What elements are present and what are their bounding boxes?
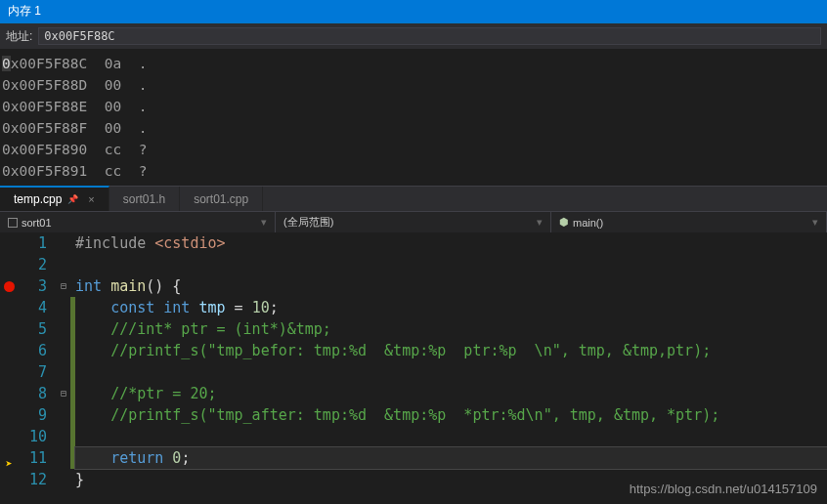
code-line[interactable]: return 0; [75, 447, 827, 469]
code-line[interactable]: const int tmp = 10; [75, 297, 827, 318]
line-number: 8 [18, 383, 47, 404]
code-text-area[interactable]: #include <cstdio>int main() { const int … [75, 232, 827, 496]
scope-dropdown[interactable]: sort01 ▾ [0, 212, 276, 232]
tab-label: sort01.h [123, 192, 165, 206]
region-dropdown[interactable]: (全局范围) ▾ [276, 212, 551, 232]
line-number-gutter: 123456789101112 [18, 232, 57, 496]
current-line-arrow-icon: ➤ [0, 453, 18, 475]
fold-toggle [57, 361, 70, 383]
fold-toggle [57, 254, 70, 275]
watermark-text: https://blog.csdn.net/u014157109 [630, 482, 817, 496]
memory-hex-view[interactable]: 0x00F5F88C 0a .0x00F5F88D 00 .0x00F5F88E… [0, 49, 827, 186]
line-number: 9 [18, 404, 47, 426]
breakpoint-icon[interactable] [4, 281, 15, 292]
memory-address-input[interactable] [38, 27, 821, 45]
region-label: (全局范围) [283, 215, 333, 230]
memory-row[interactable]: 0x00F5F88D 00 . [2, 74, 825, 96]
pin-icon[interactable]: 📌 [67, 194, 78, 204]
editor-nav-bar: sort01 ▾ (全局范围) ▾ ⬢ main() ▾ [0, 211, 827, 232]
line-number: 4 [18, 297, 47, 318]
code-line[interactable]: #include <cstdio> [75, 232, 827, 254]
line-number: 2 [18, 254, 47, 275]
fold-toggle [57, 232, 70, 254]
fold-toggle[interactable]: ⊟ [57, 383, 70, 404]
memory-panel-title: 内存 1 [0, 0, 827, 22]
editor-tab[interactable]: sort01.cpp [180, 187, 263, 211]
line-number: 6 [18, 340, 47, 361]
fold-toggle[interactable]: ⊟ [57, 275, 70, 297]
editor-tab[interactable]: sort01.h [109, 187, 180, 211]
memory-row[interactable]: 0x00F5F88C 0a . [2, 53, 825, 74]
line-number: 10 [18, 426, 47, 447]
memory-row[interactable]: 0x00F5F88E 00 . [2, 96, 825, 117]
code-line[interactable]: //printf_s("tmp_befor: tmp:%d &tmp:%p pt… [75, 340, 827, 361]
fold-toggle [57, 340, 70, 361]
scope-icon [8, 218, 18, 228]
fold-toggle [57, 297, 70, 318]
code-line[interactable] [75, 361, 827, 383]
fold-toggle [57, 318, 70, 340]
code-line[interactable]: //*ptr = 20; [75, 383, 827, 404]
memory-row[interactable]: 0x00F5F891 cc ? [2, 160, 825, 182]
memory-row[interactable]: 0x00F5F88F 00 . [2, 117, 825, 139]
breakpoint-gutter[interactable]: ➤ [0, 232, 18, 496]
memory-row[interactable]: 0x00F5F890 cc ? [2, 139, 825, 160]
editor-tab[interactable]: temp.cpp📌× [0, 186, 109, 211]
scope-label: sort01 [22, 217, 52, 229]
editor-tab-bar: temp.cpp📌×sort01.hsort01.cpp [0, 186, 827, 211]
close-icon[interactable]: × [88, 193, 94, 205]
code-line[interactable] [75, 426, 827, 447]
member-label: main() [573, 217, 603, 229]
chevron-down-icon: ▾ [812, 216, 818, 229]
line-number: 11 [18, 447, 47, 469]
member-dropdown[interactable]: ⬢ main() ▾ [551, 212, 827, 232]
code-line[interactable]: int main() { [75, 275, 827, 297]
fold-toggle [57, 404, 70, 426]
method-icon: ⬢ [559, 216, 569, 229]
code-line[interactable] [75, 254, 827, 275]
fold-toggle [57, 469, 70, 490]
memory-address-bar: 地址: [0, 22, 827, 49]
line-number: 5 [18, 318, 47, 340]
fold-gutter[interactable]: ⊟⊟ [57, 232, 70, 496]
address-label: 地址: [6, 28, 32, 45]
line-number: 1 [18, 232, 47, 254]
chevron-down-icon: ▾ [261, 216, 267, 229]
line-number: 7 [18, 361, 47, 383]
code-line[interactable]: //printf_s("tmp_after: tmp:%d &tmp:%p *p… [75, 404, 827, 426]
fold-toggle [57, 447, 70, 469]
line-number: 12 [18, 469, 47, 490]
chevron-down-icon: ▾ [537, 216, 543, 229]
code-editor[interactable]: ➤ 123456789101112 ⊟⊟ #include <cstdio>in… [0, 232, 827, 496]
tab-label: temp.cpp [14, 192, 62, 206]
line-number: 3 [18, 275, 47, 297]
code-line[interactable]: ///int* ptr = (int*)&tmp; [75, 318, 827, 340]
fold-toggle [57, 426, 70, 447]
tab-label: sort01.cpp [194, 192, 248, 206]
